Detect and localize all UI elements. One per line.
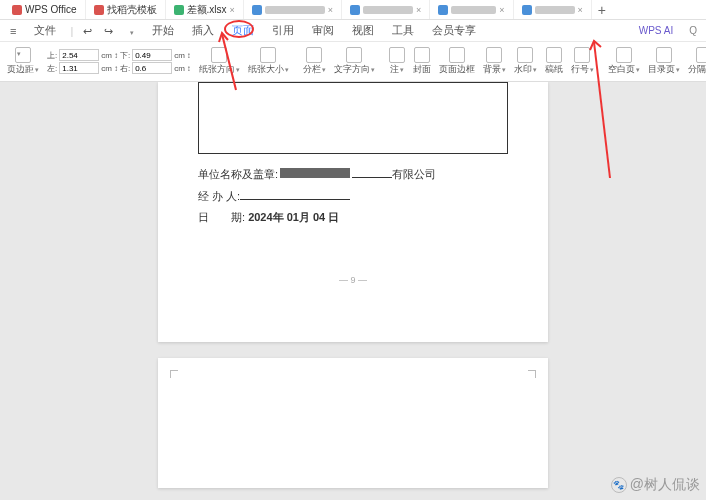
tab-doc-blur1[interactable]: × — [244, 0, 342, 19]
columns-icon — [306, 47, 322, 63]
tab-doc-blur2[interactable]: × — [342, 0, 430, 19]
handler-line: 经 办 人: — [198, 188, 508, 204]
papersize-button[interactable]: 纸张大小 — [245, 44, 292, 80]
doc-icon — [438, 5, 448, 15]
blurred-title — [451, 6, 496, 14]
menu-file[interactable]: 文件 — [30, 21, 60, 40]
tab-template[interactable]: 找稻壳模板 — [86, 0, 166, 19]
textdir-icon — [346, 47, 362, 63]
orient-icon — [211, 47, 227, 63]
doc-icon — [252, 5, 262, 15]
qat-icon[interactable]: ↩ — [83, 25, 94, 36]
close-icon[interactable]: × — [328, 5, 333, 15]
line-button[interactable]: 注 — [386, 44, 408, 80]
menu-bar: ≡ 文件 | ↩ ↪ 开始 插入 页面 引用 审阅 视图 工具 会员专享 WPS… — [0, 20, 706, 42]
content-box — [198, 82, 508, 154]
break-icon — [696, 47, 706, 63]
margins-group[interactable]: 页边距 — [4, 44, 42, 80]
margins-icon — [15, 47, 31, 63]
blank-button[interactable]: 空白页 — [605, 44, 643, 80]
cover-button[interactable]: 封面 — [410, 44, 434, 80]
toc-icon — [656, 47, 672, 63]
page-9[interactable]: 单位名称及盖章: 有限公司 经 办 人: 日 期: 2024年 01月 04 日… — [158, 82, 548, 342]
menu-review[interactable]: 审阅 — [308, 21, 338, 40]
menu-hamburger[interactable]: ≡ — [6, 23, 20, 39]
margin-bottom-input[interactable] — [132, 49, 172, 61]
document-canvas[interactable]: 单位名称及盖章: 有限公司 经 办 人: 日 期: 2024年 01月 04 日… — [0, 82, 706, 500]
page-number: — 9 — — [198, 275, 508, 285]
menu-view[interactable]: 视图 — [348, 21, 378, 40]
paper-button[interactable]: 稿纸 — [542, 44, 566, 80]
border-button[interactable]: 页面边框 — [436, 44, 478, 80]
lineno-icon — [574, 47, 590, 63]
menu-tools[interactable]: 工具 — [388, 21, 418, 40]
margins-inputs: 上:cm↕ 下:cm↕ 左:cm↕ 右:cm↕ — [44, 44, 194, 80]
search-icon[interactable]: Q — [686, 25, 700, 36]
doc-icon — [350, 5, 360, 15]
menu-start[interactable]: 开始 — [148, 21, 178, 40]
doc-icon — [522, 5, 532, 15]
close-icon[interactable]: × — [416, 5, 421, 15]
papersize-icon — [260, 47, 276, 63]
tab-wps[interactable]: WPS Office — [4, 0, 86, 19]
line-icon — [389, 47, 405, 63]
image-watermark: 🐾 @树人侃谈 — [611, 476, 700, 494]
blank-icon — [616, 47, 632, 63]
menu-vip[interactable]: 会员专享 — [428, 21, 480, 40]
tab-doc-blur4[interactable]: × — [514, 0, 592, 19]
paw-icon: 🐾 — [611, 477, 627, 493]
paper-icon — [546, 47, 562, 63]
close-icon[interactable]: × — [230, 5, 235, 15]
org-line: 单位名称及盖章: 有限公司 — [198, 166, 508, 182]
blurred-title — [265, 6, 325, 14]
border-icon — [449, 47, 465, 63]
margin-top-input[interactable] — [59, 49, 99, 61]
xlsx-icon — [174, 5, 184, 15]
watermark-icon — [517, 47, 533, 63]
redacted-text — [280, 168, 350, 178]
bg-button[interactable]: 背景 — [480, 44, 509, 80]
bg-icon — [486, 47, 502, 63]
wps-ai-button[interactable]: WPS AI — [636, 25, 676, 36]
blurred-title — [535, 6, 575, 14]
lineno-button[interactable]: 行号 — [568, 44, 597, 80]
columns-button[interactable]: 分栏 — [300, 44, 329, 80]
watermark-button[interactable]: 水印 — [511, 44, 540, 80]
menu-insert[interactable]: 插入 — [188, 21, 218, 40]
break-button[interactable]: 分隔符 — [685, 44, 706, 80]
qat-icon[interactable]: ↪ — [104, 25, 115, 36]
corner-mark — [528, 370, 536, 378]
tab-spreadsheet[interactable]: 差额.xlsx× — [166, 0, 244, 19]
template-icon — [94, 5, 104, 15]
cover-icon — [414, 47, 430, 63]
margin-left-input[interactable] — [59, 62, 99, 74]
close-icon[interactable]: × — [578, 5, 583, 15]
app-tabbar: WPS Office 找稻壳模板 差额.xlsx× × × × × + — [0, 0, 706, 20]
tab-doc-blur3[interactable]: × — [430, 0, 513, 19]
wps-icon — [12, 5, 22, 15]
corner-mark — [170, 370, 178, 378]
orientation-button[interactable]: 纸张方向 — [196, 44, 243, 80]
menu-page[interactable]: 页面 — [228, 21, 258, 40]
qat-more[interactable] — [125, 23, 138, 39]
toc-button[interactable]: 目录页 — [645, 44, 683, 80]
page-10[interactable] — [158, 358, 548, 488]
textdir-button[interactable]: 文字方向 — [331, 44, 378, 80]
margin-right-input[interactable] — [132, 62, 172, 74]
menu-ref[interactable]: 引用 — [268, 21, 298, 40]
blurred-title — [363, 6, 413, 14]
ribbon: 页边距 上:cm↕ 下:cm↕ 左:cm↕ 右:cm↕ 纸张方向 纸张大小 分栏… — [0, 42, 706, 82]
close-icon[interactable]: × — [499, 5, 504, 15]
add-tab-button[interactable]: + — [592, 2, 612, 18]
date-line: 日 期: 2024年 01月 04 日 — [198, 210, 508, 225]
